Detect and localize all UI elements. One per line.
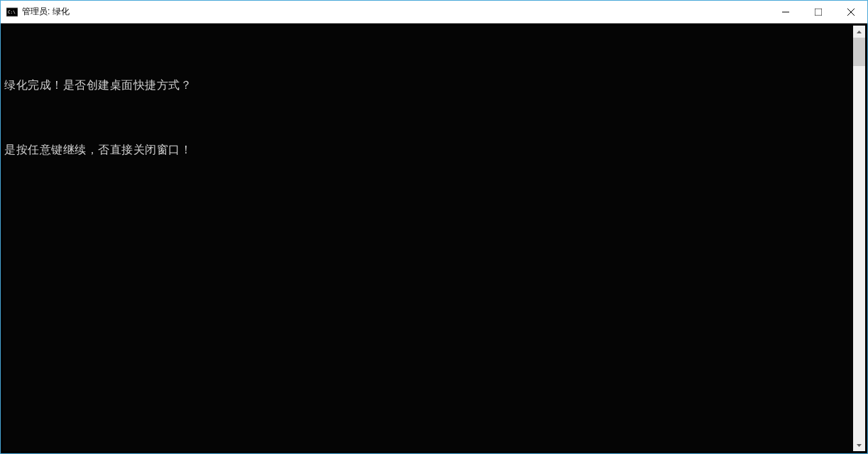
window-controls [769, 1, 867, 23]
console-line: 绿化完成！是否创建桌面快捷方式？ [4, 75, 853, 96]
close-button[interactable] [835, 1, 867, 23]
maximize-button[interactable] [802, 1, 835, 23]
svg-text:C:\: C:\ [8, 9, 16, 14]
scroll-down-button[interactable] [853, 439, 865, 451]
scroll-up-button[interactable] [853, 26, 865, 38]
titlebar[interactable]: C:\ 管理员: 绿化 [1, 1, 867, 23]
content-area: 绿化完成！是否创建桌面快捷方式？ 是按任意键继续，否直接关闭窗口！ [1, 23, 867, 453]
scroll-thumb[interactable] [853, 38, 865, 66]
window-title: 管理员: 绿化 [22, 6, 769, 18]
cmd-icon: C:\ [6, 6, 18, 18]
vertical-scrollbar[interactable] [853, 26, 865, 451]
scroll-track[interactable] [853, 38, 865, 439]
minimize-button[interactable] [769, 1, 802, 23]
console-window: C:\ 管理员: 绿化 绿化完成！是否创建桌面快捷方式？ 是按任意键继续，否直接… [0, 0, 868, 454]
svg-marker-6 [857, 31, 862, 33]
console-output[interactable]: 绿化完成！是否创建桌面快捷方式？ 是按任意键继续，否直接关闭窗口！ [3, 26, 853, 451]
svg-rect-3 [815, 9, 822, 16]
console-line: 是按任意键继续，否直接关闭窗口！ [4, 139, 853, 161]
svg-marker-7 [857, 444, 862, 447]
